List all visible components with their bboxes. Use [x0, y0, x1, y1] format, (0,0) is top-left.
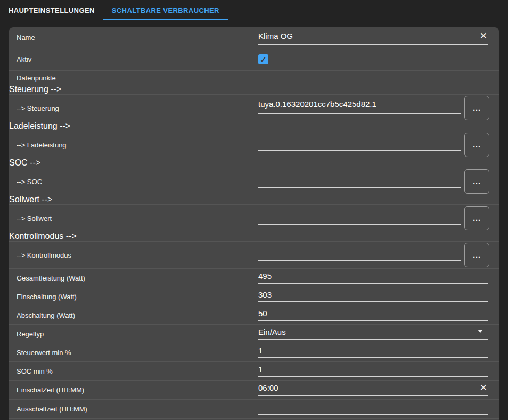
row-name: Name Klima OG ✕: [9, 27, 499, 48]
soc-min-value[interactable]: 1: [258, 365, 488, 374]
kontrollmodus-input[interactable]: [258, 242, 461, 261]
row-datenpunkte-section: Datenpunkte: [9, 70, 499, 85]
row-gesamtleistung: Gesamtleistung (Watt) 495: [9, 268, 499, 287]
name-value[interactable]: Klima OG: [258, 31, 476, 40]
tab-haupteinstellungen[interactable]: HAUPTEINSTELLUNGEN: [0, 1, 103, 20]
einschaltung-label: Einschaltung (Watt): [9, 287, 258, 306]
row-ladeleistung: --> Ladeleistung ...: [9, 131, 499, 158]
row-regeltyp: Regeltyp Ein/Aus: [9, 324, 499, 343]
einschaltung-input[interactable]: 303: [258, 287, 488, 302]
einschaltzeit-value[interactable]: 06:00: [258, 383, 476, 392]
row-steuerung: --> Steuerung tuya.0.16320201cc7b5c425d8…: [9, 94, 499, 121]
row-soc: --> SOC ...: [9, 168, 499, 195]
kontrollmodus-browse-button[interactable]: ...: [464, 243, 489, 267]
ausschaltzeit-label: Ausschaltzeit (HH:MM): [9, 400, 258, 418]
sollwert-browse-button[interactable]: ...: [464, 206, 489, 230]
tab-schaltbare-verbraucher[interactable]: SCHALTBARE VERBRAUCHER: [103, 1, 228, 20]
name-input[interactable]: Klima OG ✕: [258, 27, 488, 45]
sollwert-label: --> Sollwert: [9, 205, 258, 232]
settings-form: Name Klima OG ✕ Aktiv ✓ Datenpunkte Steu…: [9, 27, 499, 420]
abschaltung-input[interactable]: 50: [258, 306, 488, 321]
soc-label: --> SOC: [9, 168, 258, 195]
einschaltung-value[interactable]: 303: [258, 290, 488, 299]
ladeleistung-input[interactable]: [258, 131, 461, 151]
steuerwert-min-value[interactable]: 1: [258, 346, 488, 355]
aktiv-checkbox[interactable]: ✓: [258, 54, 268, 64]
gesamtleistung-input[interactable]: 495: [258, 269, 488, 284]
row-sollwert: --> Sollwert ...: [9, 204, 499, 232]
soc-min-label: SOC min %: [9, 362, 258, 380]
row-aktiv: Aktiv ✓: [9, 48, 499, 70]
ladeleistung-label: --> Ladeleistung: [9, 131, 258, 158]
einschaltzeit-label: EinschalZeit (HH:MM): [9, 381, 258, 399]
soc-browse-button[interactable]: ...: [464, 169, 489, 194]
row-einschaltung: Einschaltung (Watt) 303: [9, 287, 499, 306]
ausschaltzeit-input[interactable]: [258, 400, 488, 415]
steuerwert-min-input[interactable]: 1: [258, 343, 488, 358]
gesamtleistung-value[interactable]: 495: [258, 271, 488, 281]
steuerung-label: --> Steuerung: [9, 95, 258, 121]
soc-min-input[interactable]: 1: [258, 362, 488, 377]
steuerung-value[interactable]: tuya.0.16320201cc7b5c425d82.1: [258, 100, 461, 109]
row-kontrollmodus: --> Kontrollmodus ...: [9, 241, 499, 268]
steuerung-input[interactable]: tuya.0.16320201cc7b5c425d82.1: [258, 95, 461, 114]
row-einschaltzeit: EinschalZeit (HH:MM) 06:00 ✕: [9, 380, 499, 399]
row-abschaltung: Abschaltung (Watt) 50: [9, 306, 499, 324]
ladeleistung-browse-button[interactable]: ...: [464, 133, 489, 157]
clear-icon[interactable]: ✕: [476, 383, 488, 392]
regeltyp-select[interactable]: Ein/Aus: [258, 325, 488, 340]
row-steuerwert-min: Steuerwert min % 1: [9, 343, 499, 361]
einschaltzeit-input[interactable]: 06:00 ✕: [258, 381, 488, 396]
steuerwert-min-label: Steuerwert min %: [9, 343, 258, 361]
soc-input[interactable]: [258, 168, 461, 188]
steuerung-browse-button[interactable]: ...: [464, 96, 489, 120]
name-label: Name: [9, 27, 258, 48]
gesamtleistung-label: Gesamtleistung (Watt): [9, 269, 258, 287]
sollwert-input[interactable]: [258, 205, 461, 225]
regeltyp-label: Regeltyp: [9, 325, 258, 343]
regeltyp-value[interactable]: Ein/Aus: [258, 327, 473, 336]
row-soc-min: SOC min % 1: [9, 361, 499, 380]
abschaltung-value[interactable]: 50: [258, 309, 488, 318]
abschaltung-label: Abschaltung (Watt): [9, 306, 258, 324]
chevron-down-icon: [478, 330, 483, 333]
clear-icon[interactable]: ✕: [476, 31, 488, 40]
datenpunkte-label: Datenpunkte: [9, 71, 258, 85]
kontrollmodus-label: --> Kontrollmodus: [9, 242, 258, 268]
tab-bar: HAUPTEINSTELLUNGEN SCHALTBARE VERBRAUCHE…: [0, 0, 508, 21]
row-ausschaltzeit: Ausschaltzeit (HH:MM): [9, 399, 499, 418]
aktiv-label: Aktiv: [9, 48, 258, 70]
